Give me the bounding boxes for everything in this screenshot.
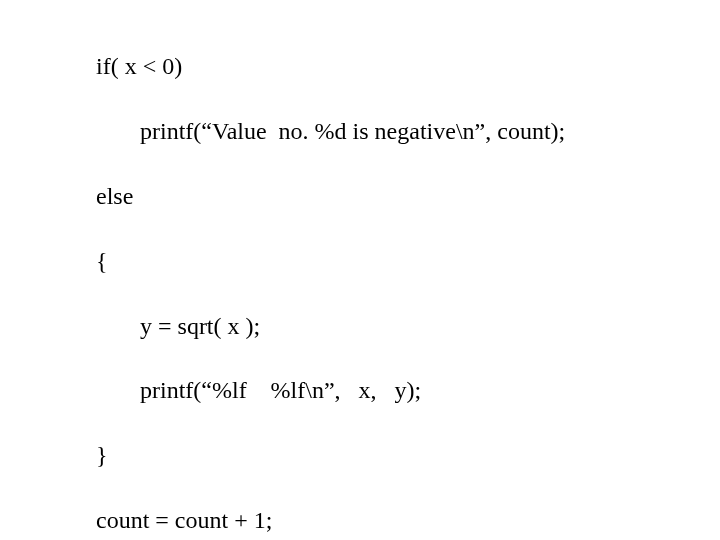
code-line: { (0, 245, 720, 277)
code-line: count = count + 1; (0, 504, 720, 536)
code-line: printf(“Value no. %d is negative\n”, cou… (0, 115, 720, 147)
code-block: if( x < 0) printf(“Value no. %d is negat… (0, 0, 720, 540)
code-line: else (0, 180, 720, 212)
code-line: if( x < 0) (0, 50, 720, 82)
code-line: } (0, 439, 720, 471)
code-line: printf(“%lf %lf\n”, x, y); (0, 374, 720, 406)
code-line: y = sqrt( x ); (0, 310, 720, 342)
